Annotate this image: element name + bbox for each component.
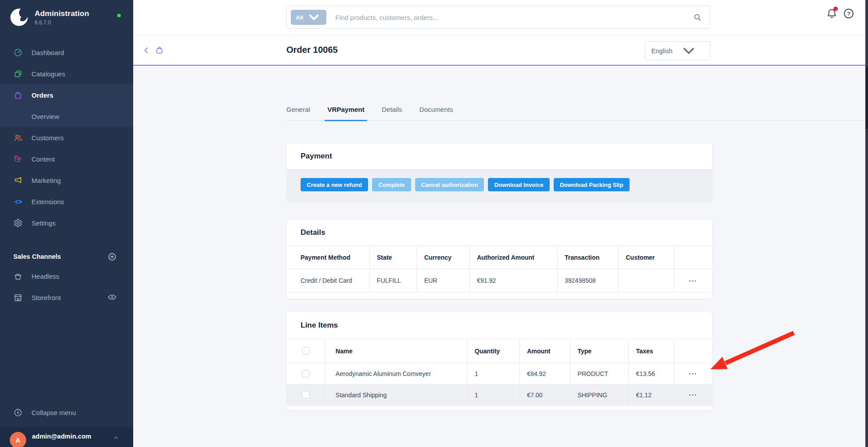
settings-gear-icon bbox=[13, 218, 23, 228]
tab-general[interactable]: General bbox=[286, 106, 310, 120]
cancel-authorization-button[interactable]: Cancel authorization bbox=[415, 178, 484, 191]
sidebar-item-orders[interactable]: Orders bbox=[0, 84, 133, 106]
language-select[interactable]: English bbox=[645, 41, 710, 60]
collapse-chevron-icon bbox=[13, 408, 23, 417]
smartbar: Order 10065 English bbox=[133, 36, 868, 66]
context-menu-button[interactable]: ··· bbox=[689, 392, 698, 398]
orders-icon bbox=[13, 91, 23, 100]
item-amount-cell: €7.00 bbox=[520, 384, 571, 405]
sidebar-item-settings[interactable]: Settings bbox=[0, 212, 133, 233]
tab-vrpayment[interactable]: VRPayment bbox=[327, 106, 364, 120]
download-packing-slip-button[interactable]: Download Packing Slip bbox=[554, 178, 630, 191]
column-header: Payment Method bbox=[287, 246, 370, 269]
search-input[interactable] bbox=[335, 14, 693, 21]
basket-icon bbox=[13, 272, 23, 281]
add-sales-channel-button[interactable] bbox=[107, 252, 117, 261]
extensions-icon bbox=[13, 197, 23, 206]
complete-button[interactable]: Complete bbox=[372, 178, 411, 191]
column-header: Currency bbox=[417, 246, 470, 269]
scrollbar-thumb[interactable] bbox=[865, 67, 868, 129]
sidebar-item-catalogues[interactable]: Catalogues bbox=[0, 63, 133, 84]
user-email: admin@admin.com bbox=[32, 433, 91, 440]
row-checkbox[interactable] bbox=[302, 391, 309, 399]
dashboard-icon bbox=[13, 48, 23, 57]
column-header: State bbox=[370, 246, 417, 269]
avatar: A bbox=[10, 432, 26, 447]
column-header: Transaction bbox=[558, 246, 619, 269]
content-icon bbox=[13, 154, 23, 164]
eye-icon[interactable] bbox=[107, 293, 117, 302]
details-table-header: Payment Method State Currency Authorized… bbox=[287, 245, 712, 269]
search-filter-label: All bbox=[296, 14, 303, 21]
language-label: English bbox=[651, 47, 673, 55]
select-all-checkbox[interactable] bbox=[302, 347, 309, 355]
row-checkbox[interactable] bbox=[302, 370, 309, 377]
svg-text:?: ? bbox=[847, 11, 850, 17]
column-header: Authorized Amount bbox=[470, 246, 558, 269]
sidebar-item-orders-overview[interactable]: Overview bbox=[0, 106, 133, 127]
notification-badge bbox=[833, 7, 838, 11]
context-menu-button[interactable]: ··· bbox=[689, 370, 698, 377]
sidebar: Administration 6.6.7.0 Dashboard Catalog… bbox=[0, 0, 133, 447]
sidebar-item-extensions[interactable]: Extensions bbox=[0, 191, 133, 212]
sidebar-item-headless[interactable]: Headless bbox=[0, 265, 133, 287]
column-header: Taxes bbox=[629, 339, 674, 363]
chevron-down-icon bbox=[306, 10, 321, 25]
line-items-table-header: Name Quantity Amount Type Taxes bbox=[287, 339, 712, 363]
app-version: 6.6.7.0 bbox=[35, 20, 89, 26]
details-table-row[interactable]: Credit / Debit Card FULFILL EUR €91.92 3… bbox=[287, 269, 712, 293]
context-menu-button[interactable]: ··· bbox=[689, 277, 698, 284]
line-item-row[interactable]: Standard Shipping 1 €7.00 €1.12 SHIPPING… bbox=[287, 384, 712, 406]
scrollbar[interactable] bbox=[865, 0, 868, 447]
sidebar-item-content[interactable]: Content bbox=[0, 148, 133, 170]
create-refund-button[interactable]: Create a new refund bbox=[301, 178, 368, 191]
download-invoice-button[interactable]: Download Invoice bbox=[488, 178, 550, 191]
search-icon[interactable] bbox=[693, 13, 702, 22]
item-name-cell: Aerodynamic Aluminum Comveyer bbox=[325, 363, 468, 384]
item-name-cell: Standard Shipping bbox=[325, 384, 468, 405]
topbar: All ? bbox=[133, 0, 868, 36]
tab-details[interactable]: Details bbox=[382, 106, 402, 120]
column-header: Type bbox=[571, 339, 629, 363]
item-type-cell: PRODUCT bbox=[571, 363, 629, 384]
storefront-icon bbox=[13, 293, 23, 302]
tabbar: General VRPayment Details Documents bbox=[286, 106, 864, 121]
content-area: General VRPayment Details Documents Paym… bbox=[133, 67, 868, 447]
details-card: Details Payment Method State Currency Au… bbox=[286, 219, 713, 299]
payment-method-cell: Credit / Debit Card bbox=[287, 269, 370, 292]
sidebar-item-dashboard[interactable]: Dashboard bbox=[0, 42, 133, 63]
tab-documents[interactable]: Documents bbox=[420, 106, 453, 120]
collapse-menu-button[interactable]: Collapse menu bbox=[0, 402, 133, 423]
item-quantity-cell: 1 bbox=[468, 384, 520, 405]
payment-card: Payment Create a new refund Complete Can… bbox=[286, 143, 713, 202]
payment-actions: Create a new refund Complete Cancel auth… bbox=[287, 169, 712, 202]
line-item-row[interactable]: Aerodynamic Aluminum Comveyer 1 €84.92 P… bbox=[287, 363, 712, 384]
screen: Administration 6.6.7.0 Dashboard Catalog… bbox=[0, 0, 868, 447]
line-items-card: Line Items Name Quantity Amount Type Tax… bbox=[286, 312, 713, 411]
shopware-logo-icon bbox=[9, 7, 29, 28]
sidebar-item-customers[interactable]: Customers bbox=[0, 127, 133, 148]
back-button[interactable] bbox=[142, 46, 151, 55]
chevron-down-icon bbox=[673, 42, 705, 60]
column-header-actions bbox=[674, 339, 712, 363]
marketing-icon bbox=[13, 176, 23, 185]
authorized-amount-cell: €91.92 bbox=[470, 269, 558, 292]
search-filter-dropdown[interactable]: All bbox=[291, 10, 326, 25]
item-amount-cell: €84.92 bbox=[520, 363, 571, 384]
column-header: Amount bbox=[520, 339, 571, 363]
online-status-dot bbox=[117, 14, 121, 17]
app-title: Administration bbox=[35, 9, 89, 18]
notifications-bell-icon[interactable] bbox=[826, 8, 838, 20]
user-menu[interactable]: A admin@admin.com bbox=[0, 427, 133, 447]
app-header: Administration 6.6.7.0 bbox=[9, 7, 89, 28]
customer-cell bbox=[618, 269, 674, 292]
global-search[interactable]: All bbox=[286, 6, 710, 29]
help-icon[interactable]: ? bbox=[843, 8, 855, 20]
chevron-up-icon bbox=[112, 434, 120, 442]
page-title: Order 10065 bbox=[286, 45, 338, 55]
order-bag-icon bbox=[155, 46, 164, 55]
sidebar-item-marketing[interactable]: Marketing bbox=[0, 170, 133, 191]
customers-icon bbox=[13, 133, 23, 142]
item-quantity-cell: 1 bbox=[468, 363, 520, 384]
payment-heading: Payment bbox=[287, 143, 712, 169]
